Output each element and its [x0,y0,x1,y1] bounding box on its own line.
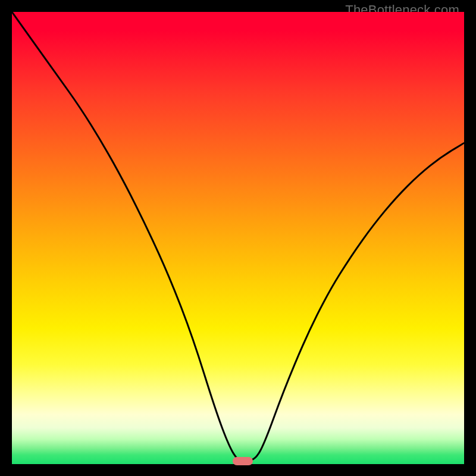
curve-layer [12,12,464,464]
minimum-marker [233,457,253,465]
plot-area [12,12,464,464]
chart-wrapper: TheBottleneck.com [0,0,476,476]
bottleneck-curve [12,12,464,461]
